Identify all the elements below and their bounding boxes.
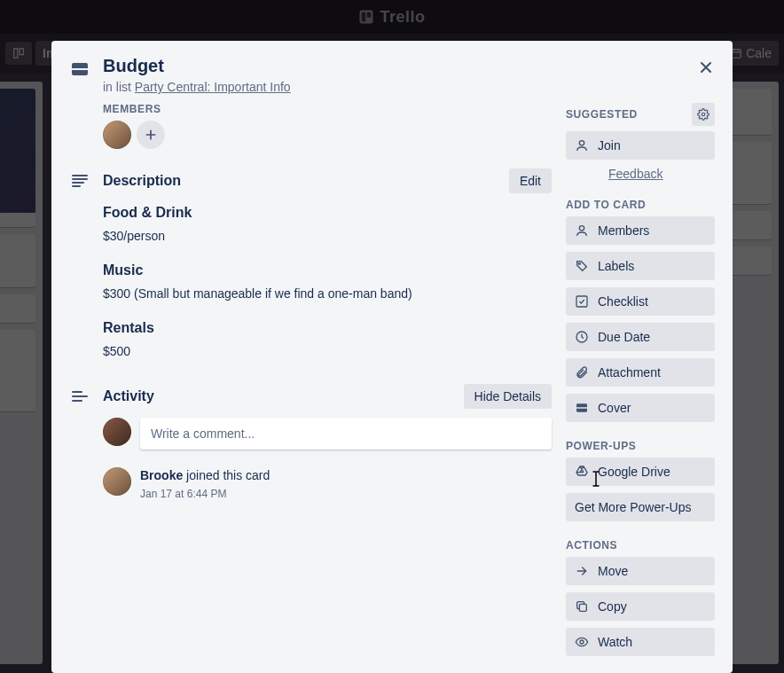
activity-title: Activity: [103, 388, 451, 404]
watch-button[interactable]: Watch: [566, 628, 715, 656]
svg-point-17: [580, 640, 584, 644]
card-modal: Budget in list Party Central: Important …: [51, 41, 733, 673]
person-icon: [575, 223, 589, 238]
sidebar-cover-button[interactable]: Cover: [566, 394, 715, 422]
svg-rect-12: [576, 296, 587, 307]
powerups-label: Power-Ups: [566, 440, 715, 452]
sidebar: Suggested Join Feedback Add to card: [566, 103, 715, 673]
card-icon: [69, 59, 90, 80]
svg-point-10: [579, 226, 584, 231]
desc-text: $500: [103, 342, 552, 361]
description-header: Description Edit: [69, 168, 552, 193]
members-label: Members: [103, 103, 552, 115]
get-more-powerups-button[interactable]: Get More Power-Ups: [566, 493, 715, 521]
svg-point-8: [702, 113, 705, 116]
google-drive-button[interactable]: Google Drive: [566, 458, 715, 486]
copy-icon: [575, 599, 589, 614]
card-location: in list Party Central: Important Info: [103, 80, 291, 94]
description-body[interactable]: Food & Drink $30/person Music $300 (Smal…: [103, 202, 552, 361]
members-row: [103, 121, 552, 149]
move-button[interactable]: Move: [566, 557, 715, 585]
attachment-icon: [575, 365, 589, 380]
person-icon: [575, 138, 589, 153]
desc-text: $30/person: [103, 227, 552, 246]
suggested-settings-button[interactable]: [692, 103, 715, 126]
card-title[interactable]: Budget: [103, 55, 291, 76]
desc-heading: Music: [103, 260, 552, 281]
join-button[interactable]: Join: [566, 131, 715, 160]
hide-details-button[interactable]: Hide Details: [464, 384, 552, 409]
activity-text: joined this card: [183, 468, 270, 482]
feedback-link[interactable]: Feedback: [608, 167, 715, 181]
sidebar-members-button[interactable]: Members: [566, 216, 715, 245]
close-button[interactable]: [692, 53, 720, 82]
eye-icon: [575, 635, 589, 649]
suggested-label: Suggested: [566, 108, 638, 121]
comment-composer: Write a comment...: [103, 418, 552, 450]
desc-heading: Rentals: [103, 317, 552, 339]
member-avatar[interactable]: [103, 121, 131, 149]
gear-icon: [697, 108, 710, 121]
actions-label: Actions: [566, 539, 715, 552]
list-link[interactable]: Party Central: Important Info: [135, 80, 291, 94]
modal-header: Budget in list Party Central: Important …: [69, 55, 715, 94]
current-user-avatar: [103, 418, 131, 446]
sidebar-due-date-button[interactable]: Due Date: [566, 323, 715, 351]
svg-rect-16: [579, 604, 586, 611]
add-member-button[interactable]: [137, 121, 165, 149]
modal-overlay[interactable]: Budget in list Party Central: Important …: [0, 0, 784, 673]
checklist-icon: [575, 294, 589, 309]
arrow-right-icon: [575, 564, 589, 578]
activity-avatar: [103, 467, 131, 496]
cover-icon: [575, 401, 589, 415]
sidebar-labels-button[interactable]: Labels: [566, 252, 715, 280]
close-icon: [697, 59, 715, 76]
sidebar-checklist-button[interactable]: Checklist: [566, 287, 715, 316]
plus-icon: [144, 128, 158, 142]
google-drive-icon: [575, 465, 589, 479]
activity-item: Brooke joined this card Jan 17 at 6:44 P…: [103, 467, 552, 501]
description-icon: [69, 170, 90, 192]
edit-description-button[interactable]: Edit: [509, 168, 552, 193]
main-column: Members Description Edit Food & D: [69, 103, 552, 673]
sidebar-attachment-button[interactable]: Attachment: [566, 358, 715, 387]
activity-timestamp[interactable]: Jan 17 at 6:44 PM: [140, 487, 270, 502]
comment-input[interactable]: Write a comment...: [140, 418, 552, 450]
description-title: Description: [103, 173, 497, 189]
desc-heading: Food & Drink: [103, 202, 552, 223]
svg-point-9: [579, 141, 584, 145]
copy-button[interactable]: Copy: [566, 592, 715, 621]
desc-text: $300 (Small but manageable if we find a …: [103, 285, 552, 303]
activity-actor[interactable]: Brooke: [140, 468, 183, 482]
svg-point-11: [578, 262, 580, 264]
add-to-card-label: Add to card: [566, 199, 715, 211]
activity-icon: [69, 386, 90, 407]
activity-header: Activity Hide Details: [69, 384, 552, 409]
label-icon: [575, 259, 589, 273]
clock-icon: [575, 330, 589, 344]
